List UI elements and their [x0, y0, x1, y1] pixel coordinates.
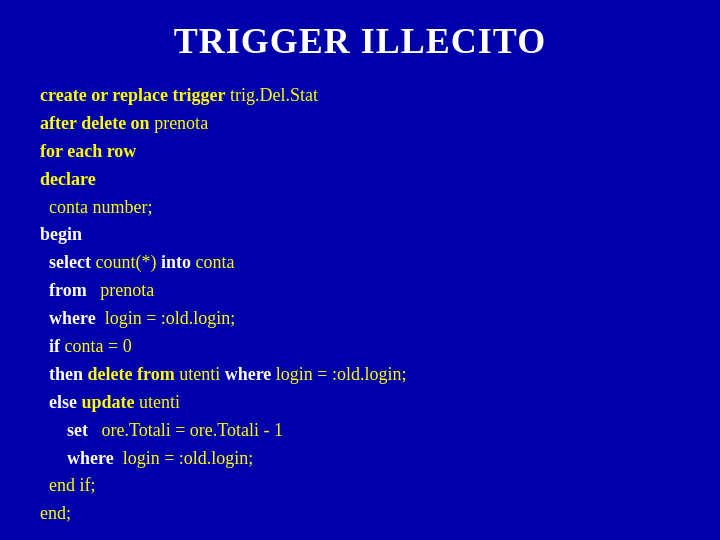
kw-for-each-row: for each row [40, 141, 136, 161]
table-name-prenota: prenota [150, 113, 208, 133]
code-line-2: after delete on prenota [40, 110, 680, 138]
kw-update: update [81, 392, 134, 412]
kw-where1: where [49, 308, 96, 328]
kw-delete-from: delete from [88, 364, 175, 384]
code-line-5: conta number; [40, 194, 680, 222]
page-container: TRIGGER ILLECITO create or replace trigg… [0, 0, 720, 540]
indent6 [40, 392, 49, 412]
kw-after: after delete on [40, 113, 150, 133]
end-if-text: end if; [40, 475, 96, 495]
code-line-13: set ore.Totali = ore.Totali - 1 [40, 417, 680, 445]
code-line-9: where login = :old.login; [40, 305, 680, 333]
end-text: end; [40, 503, 71, 523]
kw-create: create or replace trigger [40, 85, 225, 105]
code-line-15: end if; [40, 472, 680, 500]
kw-else: else [49, 392, 77, 412]
kw-then: then [49, 364, 83, 384]
where-cond3: login = :old.login; [114, 448, 254, 468]
indent2 [40, 280, 49, 300]
code-line-1: create or replace trigger trig.Del.Stat [40, 82, 680, 110]
select-expr: count(*) [91, 252, 161, 272]
code-line-14: where login = :old.login; [40, 445, 680, 473]
declare-body: conta number; [40, 197, 152, 217]
code-line-6: begin [40, 221, 680, 249]
delete-table: utenti [175, 364, 225, 384]
code-line-12: else update utenti [40, 389, 680, 417]
indent5 [40, 364, 49, 384]
trigger-name: trig.Del.Stat [225, 85, 318, 105]
kw-declare: declare [40, 169, 96, 189]
kw-select: select [49, 252, 91, 272]
code-line-16: end; [40, 500, 680, 528]
kw-into: into [161, 252, 191, 272]
code-line-7: select count(*) into conta [40, 249, 680, 277]
kw-set: set [67, 420, 88, 440]
indent8 [40, 448, 67, 468]
into-var: conta [191, 252, 234, 272]
indent3 [40, 308, 49, 328]
code-line-11: then delete from utenti where login = :o… [40, 361, 680, 389]
kw-from: from [49, 280, 87, 300]
kw-where3: where [67, 448, 114, 468]
indent7 [40, 420, 67, 440]
update-table: utenti [135, 392, 181, 412]
kw-where2: where [225, 364, 272, 384]
code-line-3: for each row [40, 138, 680, 166]
code-line-4: declare [40, 166, 680, 194]
code-block: create or replace trigger trig.Del.Stat … [40, 82, 680, 528]
if-cond: conta = 0 [60, 336, 132, 356]
set-expr: ore.Totali = ore.Totali - 1 [88, 420, 283, 440]
kw-begin: begin [40, 224, 82, 244]
code-line-8: from prenota [40, 277, 680, 305]
from-table: prenota [87, 280, 154, 300]
indent1 [40, 252, 49, 272]
kw-if: if [49, 336, 60, 356]
indent4 [40, 336, 49, 356]
where-cond1: login = :old.login; [96, 308, 236, 328]
page-title: TRIGGER ILLECITO [174, 20, 546, 62]
where-cond2: login = :old.login; [271, 364, 406, 384]
code-line-10: if conta = 0 [40, 333, 680, 361]
